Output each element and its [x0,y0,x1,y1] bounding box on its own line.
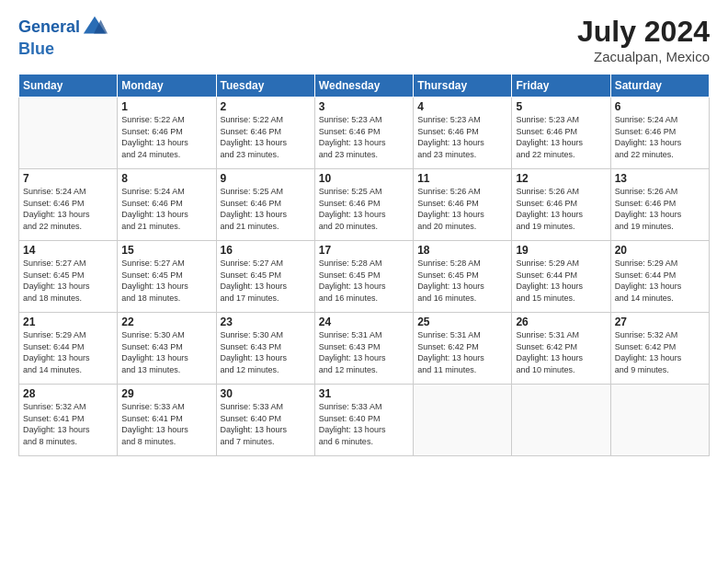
day-number: 15 [121,244,211,257]
day-info: Sunrise: 5:28 AM Sunset: 6:45 PM Dayligh… [417,258,507,304]
day-number: 18 [417,244,507,257]
table-row: 24Sunrise: 5:31 AM Sunset: 6:43 PM Dayli… [314,313,413,385]
day-info: Sunrise: 5:27 AM Sunset: 6:45 PM Dayligh… [221,258,311,304]
col-sunday: Sunday [19,75,118,98]
table-row: 13Sunrise: 5:26 AM Sunset: 6:46 PM Dayli… [610,169,709,241]
title-block: July 2024 Zacualpan, Mexico [577,15,710,64]
day-info: Sunrise: 5:25 AM Sunset: 6:46 PM Dayligh… [319,186,409,232]
table-row: 14Sunrise: 5:27 AM Sunset: 6:45 PM Dayli… [19,241,118,313]
table-row: 16Sunrise: 5:27 AM Sunset: 6:45 PM Dayli… [216,241,314,313]
logo: General Blue [18,15,108,59]
table-row: 28Sunrise: 5:32 AM Sunset: 6:41 PM Dayli… [19,385,118,456]
table-row: 6Sunrise: 5:24 AM Sunset: 6:46 PM Daylig… [610,98,709,169]
day-info: Sunrise: 5:27 AM Sunset: 6:45 PM Dayligh… [121,258,211,304]
table-row: 21Sunrise: 5:29 AM Sunset: 6:44 PM Dayli… [19,313,118,385]
table-row: 19Sunrise: 5:29 AM Sunset: 6:44 PM Dayli… [512,241,610,313]
table-row: 9Sunrise: 5:25 AM Sunset: 6:46 PM Daylig… [216,169,314,241]
day-info: Sunrise: 5:33 AM Sunset: 6:41 PM Dayligh… [121,401,211,447]
day-info: Sunrise: 5:31 AM Sunset: 6:43 PM Dayligh… [319,329,409,375]
table-row: 8Sunrise: 5:24 AM Sunset: 6:46 PM Daylig… [118,169,216,241]
table-row: 29Sunrise: 5:33 AM Sunset: 6:41 PM Dayli… [118,385,216,456]
table-row: 5Sunrise: 5:23 AM Sunset: 6:46 PM Daylig… [512,98,610,169]
page: General Blue July 2024 Zacualpan, Mexico… [0,0,728,563]
day-info: Sunrise: 5:31 AM Sunset: 6:42 PM Dayligh… [516,329,606,375]
day-number: 8 [121,172,211,185]
day-number: 30 [221,387,311,400]
table-row: 2Sunrise: 5:22 AM Sunset: 6:46 PM Daylig… [216,98,314,169]
day-info: Sunrise: 5:26 AM Sunset: 6:46 PM Dayligh… [417,186,507,232]
day-number: 17 [319,244,409,257]
day-info: Sunrise: 5:29 AM Sunset: 6:44 PM Dayligh… [23,329,113,375]
day-info: Sunrise: 5:22 AM Sunset: 6:46 PM Dayligh… [221,114,311,160]
table-row: 30Sunrise: 5:33 AM Sunset: 6:40 PM Dayli… [216,385,314,456]
day-number: 20 [615,244,705,257]
day-info: Sunrise: 5:30 AM Sunset: 6:43 PM Dayligh… [121,329,211,375]
day-info: Sunrise: 5:24 AM Sunset: 6:46 PM Dayligh… [121,186,211,232]
day-info: Sunrise: 5:32 AM Sunset: 6:42 PM Dayligh… [615,329,705,375]
day-number: 3 [319,100,409,113]
day-number: 1 [121,100,211,113]
day-info: Sunrise: 5:33 AM Sunset: 6:40 PM Dayligh… [221,401,311,447]
day-info: Sunrise: 5:24 AM Sunset: 6:46 PM Dayligh… [23,186,113,232]
day-number: 28 [23,387,113,400]
day-number: 6 [615,100,705,113]
location-subtitle: Zacualpan, Mexico [577,49,710,64]
table-row: 4Sunrise: 5:23 AM Sunset: 6:46 PM Daylig… [414,98,512,169]
day-info: Sunrise: 5:23 AM Sunset: 6:46 PM Dayligh… [417,114,507,160]
day-number: 10 [319,172,409,185]
day-number: 13 [615,172,705,185]
table-row: 12Sunrise: 5:26 AM Sunset: 6:46 PM Dayli… [512,169,610,241]
day-info: Sunrise: 5:29 AM Sunset: 6:44 PM Dayligh… [516,258,606,304]
calendar-header-row: Sunday Monday Tuesday Wednesday Thursday… [19,75,710,98]
table-row: 1Sunrise: 5:22 AM Sunset: 6:46 PM Daylig… [118,98,216,169]
calendar-table: Sunday Monday Tuesday Wednesday Thursday… [18,74,710,456]
logo-icon [82,15,108,40]
day-number: 14 [23,244,113,257]
table-row: 10Sunrise: 5:25 AM Sunset: 6:46 PM Dayli… [314,169,413,241]
day-number: 11 [417,172,507,185]
col-monday: Monday [118,75,216,98]
table-row: 15Sunrise: 5:27 AM Sunset: 6:45 PM Dayli… [118,241,216,313]
table-row: 25Sunrise: 5:31 AM Sunset: 6:42 PM Dayli… [414,313,512,385]
day-info: Sunrise: 5:33 AM Sunset: 6:40 PM Dayligh… [319,401,409,447]
day-number: 7 [23,172,113,185]
day-info: Sunrise: 5:27 AM Sunset: 6:45 PM Dayligh… [23,258,113,304]
day-number: 22 [121,316,211,328]
logo-text-blue: Blue [18,40,54,58]
day-info: Sunrise: 5:28 AM Sunset: 6:45 PM Dayligh… [319,258,409,304]
table-row: 11Sunrise: 5:26 AM Sunset: 6:46 PM Dayli… [414,169,512,241]
month-title: July 2024 [577,15,710,49]
day-number: 31 [319,387,409,400]
col-saturday: Saturday [610,75,709,98]
day-number: 25 [417,316,507,328]
day-info: Sunrise: 5:24 AM Sunset: 6:46 PM Dayligh… [615,114,705,160]
table-row [610,385,709,456]
day-number: 19 [516,244,606,257]
day-number: 21 [23,316,113,328]
table-row: 20Sunrise: 5:29 AM Sunset: 6:44 PM Dayli… [610,241,709,313]
table-row: 3Sunrise: 5:23 AM Sunset: 6:46 PM Daylig… [314,98,413,169]
table-row [19,98,118,169]
table-row: 23Sunrise: 5:30 AM Sunset: 6:43 PM Dayli… [216,313,314,385]
day-number: 23 [221,316,311,328]
day-number: 29 [121,387,211,400]
day-info: Sunrise: 5:30 AM Sunset: 6:43 PM Dayligh… [221,329,311,375]
table-row [414,385,512,456]
day-info: Sunrise: 5:29 AM Sunset: 6:44 PM Dayligh… [615,258,705,304]
day-info: Sunrise: 5:32 AM Sunset: 6:41 PM Dayligh… [23,401,113,447]
day-number: 26 [516,316,606,328]
day-number: 12 [516,172,606,185]
col-tuesday: Tuesday [216,75,314,98]
logo-text: General [18,18,80,37]
table-row: 7Sunrise: 5:24 AM Sunset: 6:46 PM Daylig… [19,169,118,241]
table-row: 27Sunrise: 5:32 AM Sunset: 6:42 PM Dayli… [610,313,709,385]
table-row: 22Sunrise: 5:30 AM Sunset: 6:43 PM Dayli… [118,313,216,385]
day-number: 9 [221,172,311,185]
day-number: 27 [615,316,705,328]
day-info: Sunrise: 5:23 AM Sunset: 6:46 PM Dayligh… [319,114,409,160]
col-friday: Friday [512,75,610,98]
day-number: 5 [516,100,606,113]
table-row: 18Sunrise: 5:28 AM Sunset: 6:45 PM Dayli… [414,241,512,313]
table-row: 17Sunrise: 5:28 AM Sunset: 6:45 PM Dayli… [314,241,413,313]
table-row: 26Sunrise: 5:31 AM Sunset: 6:42 PM Dayli… [512,313,610,385]
